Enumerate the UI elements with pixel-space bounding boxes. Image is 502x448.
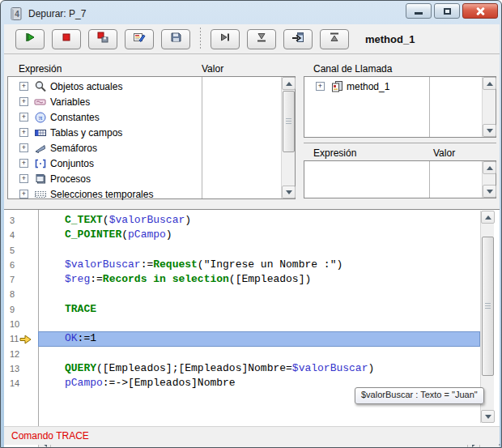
edit-icon	[133, 31, 146, 47]
close-icon	[475, 6, 485, 16]
watch-list[interactable]: +Objetos actuales+Variables+πConstantes+…	[7, 76, 296, 199]
line-number[interactable]: 11	[4, 331, 38, 346]
step-over-button[interactable]	[211, 29, 240, 49]
watch-item-6[interactable]: +Procesos	[8, 171, 280, 186]
named-selections-icon	[34, 188, 47, 201]
save-settings-button[interactable]	[161, 29, 190, 49]
custom-watch-column-divider[interactable]	[429, 161, 430, 198]
code-line-6[interactable]: 6$valorBuscar:=Request("Ingrese un Nombr…	[4, 258, 480, 272]
processes-icon	[34, 173, 47, 186]
watch-scrollbar[interactable]	[281, 77, 295, 198]
code-line-8[interactable]: 8	[4, 287, 480, 301]
expand-icon[interactable]: +	[19, 82, 28, 91]
watch-item-label: Variables	[50, 96, 90, 108]
line-number[interactable]: 3	[4, 213, 38, 228]
watch-item-label: Constantes	[50, 112, 100, 123]
watch-item-1[interactable]: +Variables	[8, 94, 280, 109]
scroll-down-icon	[485, 415, 491, 419]
method-icon	[330, 80, 343, 93]
variable-tooltip: $valorBuscar : Texto = "Juan"	[355, 387, 484, 404]
abort-and-save-button[interactable]	[88, 29, 117, 49]
line-number[interactable]: 12	[4, 347, 38, 361]
expand-icon[interactable]: +	[19, 128, 28, 137]
edit-method-button[interactable]	[125, 29, 154, 49]
call-chain-item-label: method_1	[347, 81, 389, 92]
sets-icon	[34, 157, 47, 170]
code-line-13[interactable]: 13QUERY([Empleados];[Empleados]Nombre=$v…	[4, 361, 480, 376]
debug-toolbar: method_1	[4, 24, 500, 54]
code-line-9[interactable]: 9TRACE	[4, 302, 480, 317]
code-text	[38, 243, 480, 258]
semaphores-icon	[34, 142, 47, 155]
scroll-up-icon	[286, 82, 292, 86]
expand-icon[interactable]: +	[19, 113, 28, 122]
code-text: QUERY([Empleados];[Empleados]Nombre=$val…	[38, 361, 480, 376]
step-out-button[interactable]	[320, 29, 349, 49]
close-button[interactable]	[462, 3, 498, 19]
custom-value-header: Valor	[433, 147, 455, 159]
code-text: OK:=1	[38, 331, 480, 346]
stop-save-icon	[96, 31, 109, 47]
line-number[interactable]: 9	[4, 302, 38, 317]
code-editor[interactable]: 3C_TEXT($valorBuscar)4C_POINTER(pCampo)5…	[4, 209, 500, 448]
line-number[interactable]: 8	[4, 287, 38, 301]
custom-watch-scrollbar[interactable]	[482, 161, 496, 198]
watch-item-label: Conjuntos	[50, 158, 94, 169]
expand-icon[interactable]: +	[316, 82, 325, 91]
custom-watch-list[interactable]	[304, 160, 496, 198]
line-number[interactable]: 5	[4, 243, 38, 258]
watch-item-5[interactable]: +Conjuntos	[8, 156, 280, 171]
custom-expression-header: Expresión	[313, 147, 356, 159]
expand-icon[interactable]: +	[19, 97, 28, 106]
watch-item-3[interactable]: +Tablas y campos	[8, 125, 280, 140]
watch-item-label: Selecciones temporales	[50, 189, 153, 200]
minimize-icon	[415, 12, 423, 15]
code-line-4[interactable]: 4C_POINTER(pCampo)	[4, 228, 480, 242]
expand-icon[interactable]: +	[19, 159, 28, 168]
resize-grip-icon[interactable]	[496, 441, 497, 442]
window-title: Depurar: P_7	[28, 8, 86, 19]
code-line-5[interactable]: 5	[4, 243, 480, 258]
window-content: method_1 Expresión Valor +Objetos actual…	[4, 24, 500, 445]
step-into-process-button[interactable]	[283, 29, 313, 49]
play-icon	[23, 31, 36, 47]
step-process-icon	[291, 31, 304, 47]
code-line-12[interactable]: 12	[4, 347, 480, 361]
code-line-11[interactable]: 11OK:=1	[4, 331, 480, 346]
code-text: $reg:=Records in selection([Empleados])	[38, 272, 480, 287]
scroll-down-icon	[487, 129, 493, 133]
call-chain-list[interactable]: +method_1	[304, 76, 496, 138]
expand-icon[interactable]: +	[19, 143, 28, 152]
call-chain-item-0[interactable]: +method_1	[304, 79, 481, 94]
restore-button[interactable]	[434, 3, 460, 19]
call-chain-scrollbar[interactable]	[482, 77, 496, 137]
watch-item-0[interactable]: +Objetos actuales	[8, 79, 280, 94]
abort-button[interactable]	[52, 29, 81, 49]
expand-icon[interactable]: +	[19, 174, 28, 183]
stop-icon	[60, 31, 73, 47]
line-number[interactable]: 10	[4, 317, 38, 331]
scroll-down-icon	[487, 190, 493, 194]
code-line-3[interactable]: 3C_TEXT($valorBuscar)	[4, 213, 480, 228]
line-number[interactable]: 7	[4, 272, 38, 287]
step-into-button[interactable]	[247, 29, 276, 49]
save-icon	[169, 31, 182, 47]
code-line-7[interactable]: 7$reg:=Records in selection([Empleados])	[4, 272, 480, 287]
watch-item-7[interactable]: +Selecciones temporales	[8, 186, 280, 202]
line-number[interactable]: 13	[4, 361, 38, 376]
line-number[interactable]: 6	[4, 258, 38, 272]
minimize-button[interactable]	[406, 3, 432, 19]
code-text	[38, 347, 480, 361]
right-panel-splitter[interactable]	[304, 143, 496, 143]
watch-item-4[interactable]: +Semáforos	[8, 140, 280, 156]
watch-item-label: Objetos actuales	[50, 81, 122, 92]
watch-item-label: Tablas y campos	[50, 127, 122, 139]
expand-icon[interactable]: +	[19, 190, 28, 198]
code-text: C_POINTER(pCampo)	[38, 228, 480, 242]
watch-item-2[interactable]: +πConstantes	[8, 109, 280, 125]
line-number[interactable]: 4	[4, 228, 38, 242]
code-text: C_TEXT($valorBuscar)	[38, 213, 480, 228]
line-number[interactable]: 14	[4, 376, 38, 390]
code-line-10[interactable]: 10	[4, 317, 480, 331]
no-trace-button[interactable]	[15, 29, 45, 49]
